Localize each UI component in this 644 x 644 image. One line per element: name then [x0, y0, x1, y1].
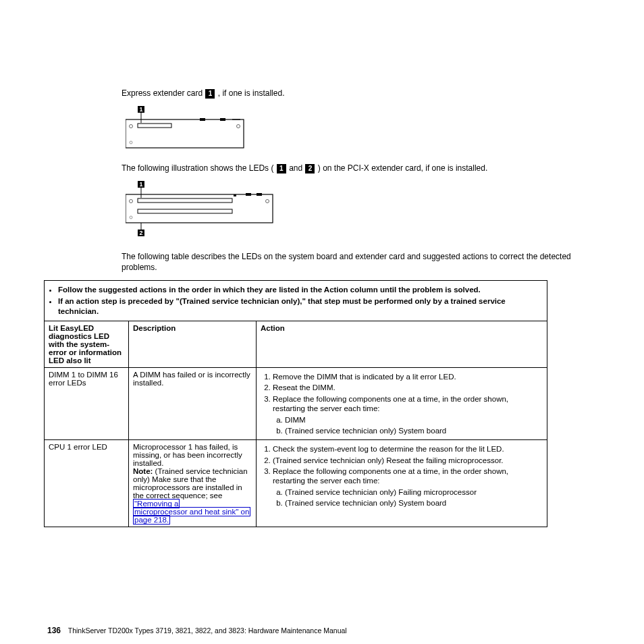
svg-rect-20 [257, 193, 262, 196]
svg-text:1: 1 [139, 106, 142, 113]
mid-and: and [289, 163, 304, 173]
r2c3: Check the system-event log to determine … [257, 440, 547, 527]
r1-a2: Reseat the DIMM. [273, 383, 543, 392]
r2-a2: (Trained service technician only) Reseat… [273, 456, 543, 465]
svg-rect-8 [200, 118, 205, 121]
svg-point-4 [130, 124, 133, 128]
r2-a3: Replace the following components one at … [273, 467, 508, 485]
callout-2-mid-icon: 2 [305, 164, 315, 173]
svg-text:2: 2 [139, 230, 142, 236]
r2c2-note-label: Note: [133, 467, 153, 475]
led-table: Follow the suggested actions in the orde… [44, 280, 547, 527]
svg-point-16 [130, 216, 132, 219]
r2-a3b: (Trained service technician only) System… [285, 498, 543, 508]
mid-para: The following illustration shows the LED… [122, 163, 597, 174]
r1c1: DIMM 1 to DIMM 16 error LEDs [45, 368, 129, 440]
page-footer: 136 ThinkServer TD200x Types 3719, 3821,… [47, 626, 347, 635]
intro1-a: Express extender card [122, 88, 205, 98]
note-cell: Follow the suggested actions in the orde… [45, 281, 547, 321]
mid-b: ) on the PCI-X extender card, if one is … [318, 163, 487, 173]
cross-ref-link[interactable]: page 218. [133, 515, 170, 525]
col1-header: Lit EasyLED diagnostics LED with the sys… [45, 321, 129, 368]
intro-line-1: Express extender card 1 , if one is inst… [122, 88, 597, 99]
callout-1-mid-icon: 1 [277, 164, 286, 173]
callout-1-icon: 1 [205, 89, 215, 99]
r1-a3a: DIMM [285, 415, 543, 425]
r2c2: Microprocessor 1 has failed, is missing,… [129, 440, 257, 527]
r1c3: Remove the DIMM that is indicated by a l… [257, 368, 547, 440]
mid-a: The following illustration shows the LED… [122, 163, 276, 173]
note-2: If an action step is preceded by "(Train… [58, 297, 506, 315]
diagram-pcix-extender: 1 2 [126, 181, 597, 242]
r1-a3: Replace the following components one at … [273, 395, 508, 412]
svg-point-14 [130, 199, 133, 203]
svg-rect-17 [138, 198, 232, 203]
svg-rect-21 [138, 209, 232, 213]
svg-text:1: 1 [139, 181, 142, 188]
table-intro: The following table describes the LEDs o… [122, 251, 597, 274]
r2-a1: Check the system-event log to determine … [273, 444, 543, 454]
table-row: DIMM 1 to DIMM 16 error LEDs A DIMM has … [45, 368, 547, 440]
svg-point-6 [130, 141, 132, 144]
page-number: 136 [47, 626, 61, 635]
r1-a1: Remove the DIMM that is indicated by a l… [273, 372, 543, 381]
col3-header: Action [257, 321, 547, 368]
svg-rect-19 [246, 193, 251, 196]
r2c2a: Microprocessor 1 has failed, is missing,… [133, 443, 242, 467]
col2-header: Description [129, 321, 257, 368]
table-row: CPU 1 error LED Microprocessor 1 has fai… [45, 440, 547, 527]
r1c2: A DIMM has failed or is incorrectly inst… [129, 368, 257, 440]
diagram-express-extender: 1 [126, 106, 597, 153]
r2c1: CPU 1 error LED [45, 440, 129, 527]
intro1-b: , if one is installed. [218, 88, 285, 98]
r1-a3b: (Trained service technician only) System… [285, 426, 543, 435]
svg-point-5 [237, 124, 240, 128]
svg-rect-18 [234, 194, 236, 196]
footer-title: ThinkServer TD200x Types 3719, 3821, 382… [68, 626, 347, 635]
svg-rect-9 [220, 118, 225, 121]
r2-a3a: (Trained service technician only) Failin… [285, 487, 543, 497]
svg-point-15 [266, 199, 269, 203]
svg-rect-7 [138, 124, 171, 128]
note-1: Follow the suggested actions in the orde… [58, 286, 481, 294]
